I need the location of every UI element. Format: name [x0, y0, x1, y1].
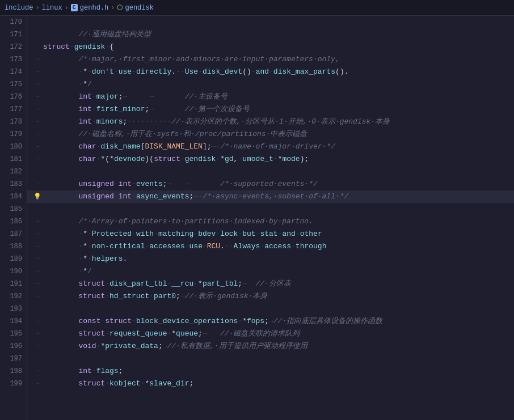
line-number: 172: [5, 41, 22, 53]
code-line[interactable]: → int·major;→ → //·主设备号: [27, 91, 514, 103]
line-number: 191: [5, 278, 22, 290]
code-line[interactable]: → /*·Array·of·pointers·to·partitions·ind…: [27, 215, 514, 228]
code-text: unsigned·int·async_events;→·/*·async·eve…: [43, 190, 514, 203]
code-text: const·struct·block_device_operations·*fo…: [43, 315, 514, 328]
line-number: 187: [5, 228, 22, 240]
code-text: int·first_minor;→ //·第一个次设备号: [43, 103, 514, 116]
code-text: struct·request_queue·*queue;→ //·磁盘关联的请求…: [43, 328, 514, 340]
arrow-icon: →: [32, 290, 43, 303]
code-container: 1701711721731741751761771781791801811821…: [0, 16, 514, 420]
line-number: 174: [5, 66, 22, 78]
code-text: struct·kobject·*slave_dir;: [43, 377, 514, 390]
code-line[interactable]: → ·*/: [27, 78, 514, 91]
line-number: 186: [5, 215, 22, 228]
line-number: 177: [5, 103, 22, 116]
line-number: 198: [5, 365, 22, 377]
arrow-icon: →: [32, 78, 43, 91]
line-number: 181: [5, 153, 22, 166]
line-number: 183: [5, 178, 22, 190]
code-text: ·*·Protected·with·matching·bdev·lock·but…: [43, 228, 514, 240]
line-number: 176: [5, 91, 22, 103]
code-line[interactable]: [27, 353, 514, 365]
code-text: ·*·don't·use·directly.··Use·disk_devt()·…: [43, 66, 514, 78]
arrow-icon: →: [32, 53, 43, 66]
code-line[interactable]: → struct·request_queue·*queue;→ //·磁盘关联的…: [27, 328, 514, 340]
line-number: 185: [5, 203, 22, 215]
line-number: 171: [5, 28, 22, 41]
code-text: ·*/: [43, 265, 514, 278]
code-text: ·*·helpers.: [43, 253, 514, 265]
code-line[interactable]: → ·*·Protected·with·matching·bdev·lock·b…: [27, 228, 514, 240]
lightbulb-icon[interactable]: 💡: [32, 190, 43, 203]
line-number: 192: [5, 290, 22, 303]
arrow-icon: →: [32, 66, 43, 78]
code-line[interactable]: → char·disk_name[DISK_NAME_LEN];→·/*·nam…: [27, 141, 514, 153]
code-text: ·*·non-critical·accesses·use·RCU.··Alway…: [43, 240, 514, 253]
code-text: /*·major,·first_minor·and·minors·are·inp…: [43, 53, 514, 66]
code-line[interactable]: → /*·major,·first_minor·and·minors·are·i…: [27, 53, 514, 66]
code-text: struct·gendisk·{: [43, 41, 514, 53]
line-number: 193: [5, 303, 22, 315]
code-line[interactable]: → ·*·non-critical·accesses·use·RCU.··Alw…: [27, 240, 514, 253]
code-line[interactable]: struct·gendisk·{: [27, 41, 514, 53]
breadcrumb-linux[interactable]: linux: [42, 4, 62, 12]
arrow-icon: →: [32, 153, 43, 166]
line-number: 175: [5, 78, 22, 91]
code-line[interactable]: → ·*·don't·use·directly.··Use·disk_devt(…: [27, 66, 514, 78]
breadcrumb-struct-icon: ⬡: [117, 3, 123, 12]
code-line[interactable]: → int·flags;: [27, 365, 514, 377]
code-line[interactable]: → int·minors;··········//·表示分区的个数,·分区号从·…: [27, 116, 514, 128]
code-line[interactable]: → ·*·helpers.: [27, 253, 514, 265]
code-line[interactable]: → struct·hd_struct·part0;→//·表示·gendisk·…: [27, 290, 514, 303]
code-line[interactable]: 💡 unsigned·int·async_events;→·/*·async·e…: [27, 190, 514, 203]
line-number: 173: [5, 53, 22, 66]
breadcrumb-gendisk[interactable]: gendisk: [125, 4, 153, 12]
code-line[interactable]: [27, 16, 514, 28]
code-text: struct·disk_part_tbl·__rcu·*part_tbl;→ /…: [43, 278, 514, 290]
code-text: int·minors;··········//·表示分区的个数,·分区号从·1·…: [43, 116, 514, 128]
code-text: void·*private_data;→//·私有数据,·用于提供用户驱动程序使…: [43, 340, 514, 353]
code-text: /*·Array·of·pointers·to·partitions·index…: [43, 215, 514, 228]
code-line[interactable]: [27, 203, 514, 215]
line-number: 199: [5, 377, 22, 390]
code-text: int·major;→ → //·主设备号: [43, 91, 514, 103]
arrow-icon: →: [32, 103, 43, 116]
code-lines[interactable]: //·通用磁盘结构类型struct·gendisk·{→ /*·major,·f…: [27, 16, 514, 420]
code-text: char·disk_name[DISK_NAME_LEN];→·/*·name·…: [43, 141, 514, 153]
line-number: 197: [5, 353, 22, 365]
code-line[interactable]: → struct·disk_part_tbl·__rcu·*part_tbl;→…: [27, 278, 514, 290]
arrow-icon: →: [32, 141, 43, 153]
code-line[interactable]: → int·first_minor;→ //·第一个次设备号: [27, 103, 514, 116]
breadcrumb-include[interactable]: include: [5, 4, 33, 12]
code-line[interactable]: → struct·kobject·*slave_dir;: [27, 377, 514, 390]
arrow-icon: →: [32, 365, 43, 377]
line-number: 189: [5, 253, 22, 265]
code-line[interactable]: → const·struct·block_device_operations·*…: [27, 315, 514, 328]
arrow-icon: →: [32, 328, 43, 340]
breadcrumb-bar: include › linux › C genhd.h › ⬡ gendisk: [0, 0, 514, 16]
code-text: unsigned·int·events;→ → /*·supported·eve…: [43, 178, 514, 190]
code-line[interactable]: [27, 166, 514, 178]
breadcrumb-sep-1: ›: [35, 4, 39, 12]
code-text: ·*/: [43, 78, 514, 91]
code-line[interactable]: [27, 303, 514, 315]
code-line[interactable]: → ·*/: [27, 265, 514, 278]
arrow-icon: →: [32, 278, 43, 290]
arrow-icon: →: [32, 315, 43, 328]
line-number: 188: [5, 240, 22, 253]
code-line[interactable]: → char·*(*devnode)(struct·gendisk·*gd,·u…: [27, 153, 514, 166]
arrow-icon: →: [32, 377, 43, 390]
code-line[interactable]: //·通用磁盘结构类型: [27, 28, 514, 41]
breadcrumb-sep-3: ›: [111, 4, 115, 12]
line-number: 180: [5, 141, 22, 153]
code-line[interactable]: → //·磁盘名称,·用于在·sysfs·和·/proc/partitions·…: [27, 128, 514, 141]
breadcrumb-sep-2: ›: [65, 4, 69, 12]
arrow-icon: →: [32, 228, 43, 240]
line-numbers: 1701711721731741751761771781791801811821…: [0, 16, 27, 420]
breadcrumb-genhd[interactable]: genhd.h: [80, 4, 108, 12]
code-line[interactable]: → void·*private_data;→//·私有数据,·用于提供用户驱动程…: [27, 340, 514, 353]
arrow-icon: →: [32, 116, 43, 128]
code-line[interactable]: → unsigned·int·events;→ → /*·supported·e…: [27, 178, 514, 190]
line-number: 194: [5, 315, 22, 328]
code-text: //·磁盘名称,·用于在·sysfs·和·/proc/partitions·中表…: [43, 128, 514, 141]
